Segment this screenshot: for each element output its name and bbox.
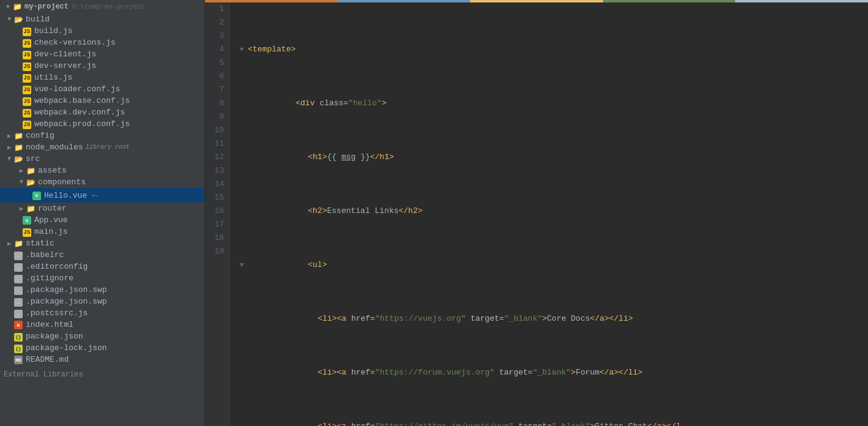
dev-server-icon: JS — [22, 62, 32, 70]
webpack-prod-label: webpack.prod.conf.js — [34, 119, 130, 129]
line-num-10: 10 — [210, 124, 224, 137]
code-line-8: <li><a href="https://gitter.im/vuejs/vue… — [236, 420, 868, 426]
line-num-11: 11 — [210, 137, 224, 151]
sidebar-item-package-swp2[interactable]: . .package.json.swp — [0, 296, 204, 307]
sidebar-item-package-lock[interactable]: {} package-lock.json — [0, 342, 204, 354]
build-arrow: ▼ — [5, 16, 13, 23]
sidebar-item-static[interactable]: ▶ 📁 static — [0, 237, 204, 249]
vue-loader-conf-label: vue-loader.conf.js — [34, 84, 120, 94]
assets-arrow: ▶ — [17, 167, 26, 174]
sidebar-item-utils[interactable]: JS utils.js — [0, 72, 204, 83]
sidebar-item-index-html[interactable]: H index.html — [0, 319, 204, 331]
package-json-label: package.json — [26, 332, 83, 341]
sidebar-item-babelrc[interactable]: . .babelrc — [0, 249, 204, 261]
sidebar-item-hello-vue[interactable]: V Hello.vue ← — [0, 188, 204, 203]
index-html-icon: H — [13, 321, 23, 329]
sidebar-item-config[interactable]: ▶ 📁 config — [0, 130, 204, 141]
sidebar[interactable]: ▼ 📁 my-project D:\temp\my-project ▼ 📂 bu… — [0, 0, 205, 426]
sidebar-item-assets[interactable]: ▶ 📁 assets — [0, 165, 204, 176]
line-num-19: 19 — [210, 245, 224, 258]
gutter-5: ▼ — [236, 258, 248, 272]
sidebar-item-gitignore[interactable]: . .gitignore — [0, 272, 204, 284]
code-line-2-content: <div class="hello"> — [248, 83, 386, 124]
line-num-5: 5 — [210, 56, 224, 70]
library-root-badge: library root — [86, 144, 130, 151]
line-num-8: 8 — [210, 97, 224, 110]
project-name: my-project — [24, 2, 69, 11]
code-area[interactable]: ▼ <template> <div class="hello"> <h1>{{ … — [230, 2, 868, 426]
sidebar-item-postcssrc[interactable]: . .postcssrc.js — [0, 307, 204, 319]
webpack-dev-label: webpack.dev.conf.js — [34, 108, 125, 117]
sidebar-item-build-js[interactable]: JS build.js — [0, 25, 204, 37]
package-swp1-icon: . — [13, 286, 23, 294]
code-line-5-content: <ul> — [248, 245, 327, 285]
readme-label: README.md — [26, 355, 69, 364]
index-html-label: index.html — [26, 320, 73, 329]
config-folder-icon: 📁 — [13, 132, 23, 140]
node-modules-label: node_modules — [26, 143, 83, 152]
line-num-18: 18 — [210, 231, 224, 245]
gitignore-icon: . — [13, 274, 23, 283]
config-arrow: ▶ — [5, 132, 13, 140]
sidebar-item-vue-loader-conf[interactable]: JS vue-loader.conf.js — [0, 83, 204, 95]
sidebar-item-node-modules[interactable]: ▶ 📁 node_modules library root — [0, 141, 204, 153]
sidebar-item-router[interactable]: ▶ 📁 router — [0, 203, 204, 214]
code-line-3: <h1>{{ msg }}</h1> — [236, 151, 868, 164]
webpack-dev-icon: JS — [22, 108, 32, 117]
sidebar-item-dev-server[interactable]: JS dev-server.js — [0, 60, 204, 72]
utils-icon: JS — [22, 73, 32, 82]
babelrc-icon: . — [13, 251, 23, 260]
editor: 1 2 3 4 5 6 7 8 9 10 11 12 13 14 15 16 1… — [205, 0, 868, 426]
sidebar-item-build[interactable]: ▼ 📂 build — [0, 13, 204, 25]
code-line-1: ▼ <template> — [236, 43, 868, 56]
router-arrow: ▶ — [17, 205, 26, 212]
line-num-9: 9 — [210, 110, 224, 124]
node-modules-arrow: ▶ — [5, 144, 13, 151]
code-line-4: <h2>Essential Links</h2> — [236, 204, 868, 218]
code-line-4-content: <h2>Essential Links</h2> — [248, 191, 422, 231]
sidebar-item-readme[interactable]: MD README.md — [0, 354, 204, 365]
check-versions-icon: JS — [22, 39, 32, 47]
components-label: components — [38, 177, 86, 187]
sidebar-item-editorconfig[interactable]: . .editorconfig — [0, 261, 204, 272]
sidebar-item-webpack-dev[interactable]: JS webpack.dev.conf.js — [0, 106, 204, 118]
webpack-base-label: webpack.base.conf.js — [34, 96, 130, 105]
package-swp2-icon: . — [13, 297, 23, 306]
sidebar-item-components[interactable]: ▼ 📂 components — [0, 176, 204, 188]
line-num-13: 13 — [210, 164, 224, 177]
line-numbers: 1 2 3 4 5 6 7 8 9 10 11 12 13 14 15 16 1… — [205, 2, 230, 426]
sidebar-item-dev-client[interactable]: JS dev-client.js — [0, 48, 204, 60]
code-line-5: ▼ <ul> — [236, 258, 868, 272]
sidebar-item-app-vue[interactable]: V App.vue — [0, 214, 204, 226]
package-lock-icon: {} — [13, 344, 23, 353]
code-line-6: <li><a href="https://vuejs.org" target="… — [236, 312, 868, 326]
red-arrow-indicator: ← — [92, 189, 99, 201]
static-folder-icon: 📁 — [13, 239, 23, 248]
line-num-6: 6 — [210, 70, 224, 83]
sidebar-item-package-swp1[interactable]: . .package.json.swp — [0, 284, 204, 296]
sidebar-item-main-js[interactable]: JS main.js — [0, 226, 204, 237]
line-num-7: 7 — [210, 83, 224, 97]
sidebar-item-webpack-base[interactable]: JS webpack.base.conf.js — [0, 95, 204, 106]
sidebar-item-src[interactable]: ▼ 📂 src — [0, 153, 204, 165]
readme-icon: MD — [13, 356, 23, 364]
build-label: build — [26, 15, 50, 24]
editor-content[interactable]: 1 2 3 4 5 6 7 8 9 10 11 12 13 14 15 16 1… — [205, 2, 868, 426]
sidebar-item-check-versions[interactable]: JS check-versions.js — [0, 37, 204, 48]
dev-server-label: dev-server.js — [34, 61, 96, 70]
sidebar-item-webpack-prod[interactable]: JS webpack.prod.conf.js — [0, 118, 204, 130]
line-num-16: 16 — [210, 204, 224, 218]
app-vue-label: App.vue — [34, 215, 68, 225]
external-libraries[interactable]: External Libraries — [0, 368, 204, 381]
line-num-4: 4 — [210, 43, 224, 56]
sidebar-item-package-json[interactable]: {} package.json — [0, 331, 204, 342]
package-lock-label: package-lock.json — [26, 343, 107, 353]
project-path: D:\temp\my-project — [72, 3, 145, 10]
editorconfig-label: .editorconfig — [26, 262, 88, 271]
line-num-17: 17 — [210, 218, 224, 231]
code-line-2: <div class="hello"> — [236, 97, 868, 110]
postcssrc-label: .postcssrc.js — [26, 308, 88, 318]
line-num-12: 12 — [210, 151, 224, 164]
check-versions-label: check-versions.js — [34, 38, 116, 47]
gutter-1: ▼ — [236, 43, 248, 56]
